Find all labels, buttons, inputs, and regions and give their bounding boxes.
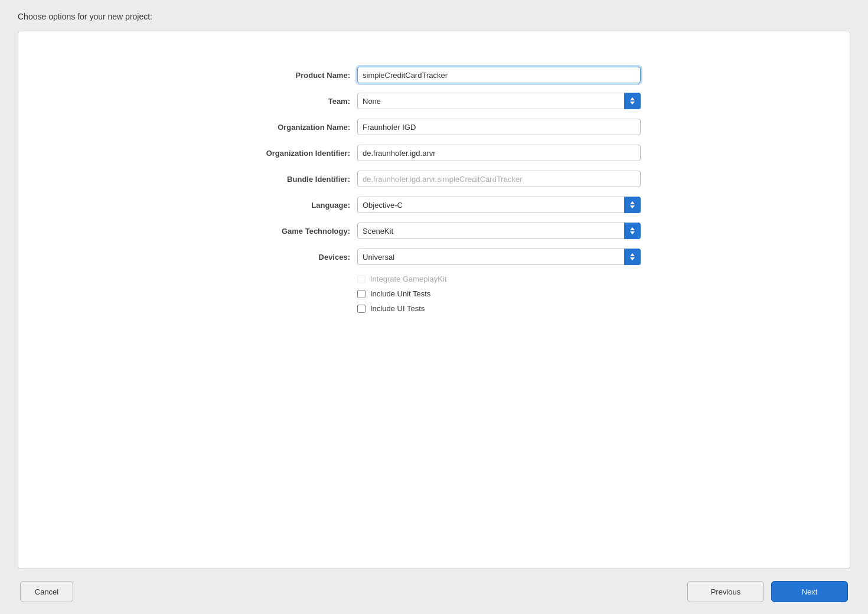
team-select-wrapper: None Add an Account... <box>357 93 641 109</box>
game-tech-select[interactable]: SceneKit SpriteKit Metal OpenGL ES <box>357 223 641 239</box>
team-row: Team: None Add an Account... <box>227 93 641 109</box>
checkbox-section: Integrate GameplayKit Include Unit Tests… <box>357 275 641 313</box>
team-select[interactable]: None Add an Account... <box>357 93 641 109</box>
language-row: Language: Swift Objective-C <box>227 197 641 213</box>
game-tech-select-wrapper: SceneKit SpriteKit Metal OpenGL ES <box>357 223 641 239</box>
cancel-button[interactable]: Cancel <box>20 581 73 602</box>
language-label: Language: <box>227 201 357 210</box>
include-unit-tests-label: Include Unit Tests <box>370 289 430 298</box>
org-id-label: Organization Identifier: <box>227 149 357 158</box>
org-name-label: Organization Name: <box>227 123 357 132</box>
page-title: Choose options for your new project: <box>18 12 152 21</box>
include-unit-tests-checkbox[interactable] <box>357 290 366 298</box>
language-select[interactable]: Swift Objective-C <box>357 197 641 213</box>
footer: Cancel Previous Next <box>18 581 850 602</box>
include-ui-tests-checkbox[interactable] <box>357 305 366 313</box>
game-tech-label: Game Technology: <box>227 227 357 236</box>
language-select-wrapper: Swift Objective-C <box>357 197 641 213</box>
footer-right: Previous Next <box>687 581 848 602</box>
team-label: Team: <box>227 97 357 106</box>
bundle-id-row: Bundle Identifier: <box>227 171 641 187</box>
org-name-row: Organization Name: <box>227 119 641 135</box>
main-panel: Product Name: Team: None Add an Account.… <box>18 31 850 569</box>
include-ui-tests-label: Include UI Tests <box>370 304 425 313</box>
org-id-input[interactable] <box>357 145 641 161</box>
devices-row: Devices: Universal iPhone iPad <box>227 249 641 265</box>
product-name-row: Product Name: <box>227 67 641 83</box>
previous-button[interactable]: Previous <box>687 581 764 602</box>
devices-select-wrapper: Universal iPhone iPad <box>357 249 641 265</box>
org-name-input[interactable] <box>357 119 641 135</box>
devices-select[interactable]: Universal iPhone iPad <box>357 249 641 265</box>
form-container: Product Name: Team: None Add an Account.… <box>227 67 641 319</box>
org-id-row: Organization Identifier: <box>227 145 641 161</box>
include-ui-tests-row: Include UI Tests <box>357 304 641 313</box>
devices-label: Devices: <box>227 253 357 262</box>
include-unit-tests-row: Include Unit Tests <box>357 289 641 298</box>
integrate-gameplay-row: Integrate GameplayKit <box>357 275 641 283</box>
bundle-id-input <box>357 171 641 187</box>
next-button[interactable]: Next <box>771 581 848 602</box>
product-name-label: Product Name: <box>227 71 357 80</box>
integrate-gameplay-label: Integrate GameplayKit <box>370 275 446 283</box>
game-tech-row: Game Technology: SceneKit SpriteKit Meta… <box>227 223 641 239</box>
bundle-id-label: Bundle Identifier: <box>227 175 357 184</box>
product-name-input[interactable] <box>357 67 641 83</box>
integrate-gameplay-checkbox <box>357 275 366 283</box>
